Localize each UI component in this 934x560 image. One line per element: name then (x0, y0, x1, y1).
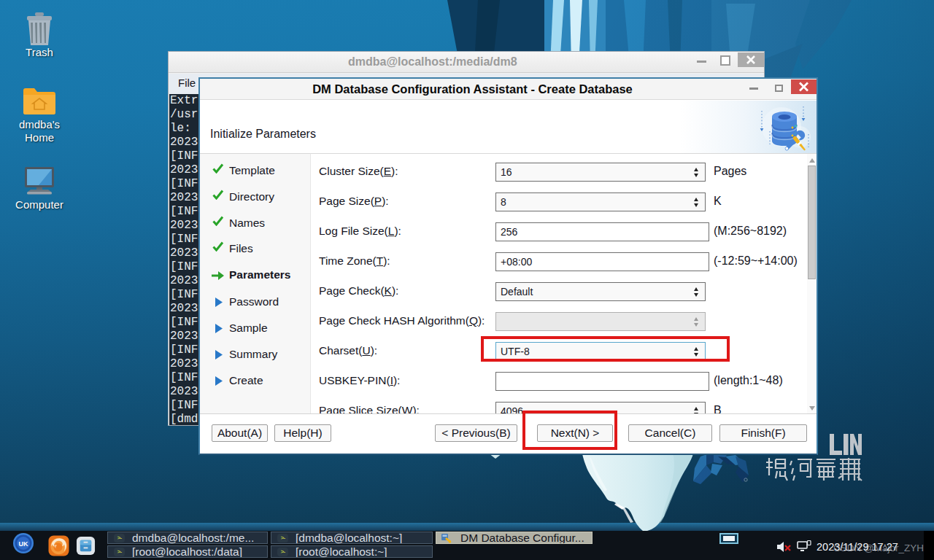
svg-text:UK: UK (19, 540, 28, 548)
